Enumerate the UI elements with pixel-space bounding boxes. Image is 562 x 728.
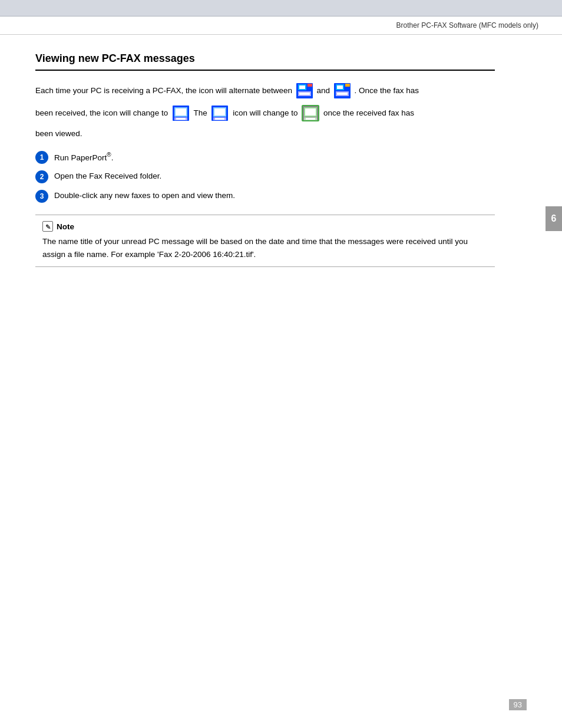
step-1-number: 1 — [35, 151, 48, 164]
para2-the: The — [193, 108, 207, 117]
note-text: The name title of your unread PC message… — [42, 235, 488, 261]
svg-rect-16 — [176, 118, 186, 120]
para2-mid: icon will change to — [233, 108, 297, 117]
step-2-number: 2 — [35, 170, 48, 183]
svg-rect-5 — [308, 84, 312, 87]
svg-rect-4 — [299, 93, 310, 95]
svg-rect-11 — [345, 84, 350, 87]
svg-rect-2 — [299, 85, 305, 89]
svg-rect-19 — [214, 108, 225, 116]
fax-icon-unread — [211, 105, 229, 121]
para1-end: . Once the fax has — [355, 86, 419, 95]
note-title: ✎ Note — [42, 221, 488, 232]
note-title-text: Note — [57, 222, 74, 231]
para1-and: and — [316, 86, 330, 95]
body-paragraph-3: been viewed. — [35, 127, 495, 141]
note-icon: ✎ — [42, 221, 53, 232]
svg-rect-21 — [215, 118, 224, 120]
step-2-text: Open the Fax Received folder. — [54, 170, 495, 183]
top-bar — [0, 0, 562, 17]
para1-start: Each time your PC is receiving a PC-FAX,… — [35, 86, 292, 95]
chapter-tab-label: 6 — [551, 213, 557, 223]
step-3-number: 3 — [35, 190, 48, 203]
svg-rect-14 — [176, 108, 186, 116]
step-3-text: Double-click any new faxes to open and v… — [54, 189, 495, 202]
svg-rect-8 — [337, 85, 343, 89]
page-number: 93 — [509, 699, 527, 710]
note-box: ✎ Note The name title of your unread PC … — [35, 215, 495, 267]
steps-list: 1 Run PaperPort®. 2 Open the Fax Receive… — [35, 150, 495, 203]
main-content: Viewing new PC-FAX messages Each time yo… — [0, 35, 530, 291]
svg-rect-26 — [306, 118, 315, 120]
svg-rect-24 — [305, 108, 316, 116]
section-title: Viewing new PC-FAX messages — [35, 52, 495, 71]
body-paragraph-1: Each time your PC is receiving a PC-FAX,… — [35, 83, 495, 99]
step-1: 1 Run PaperPort®. — [35, 150, 495, 164]
svg-rect-10 — [337, 93, 348, 95]
body-paragraph-2: been received, the icon will change to T… — [35, 105, 495, 121]
step-2: 2 Open the Fax Received folder. — [35, 170, 495, 183]
page-header: Brother PC-FAX Software (MFC models only… — [0, 17, 562, 35]
fax-icon-viewed — [302, 105, 319, 121]
step-1-text: Run PaperPort®. — [54, 150, 495, 164]
breadcrumb-text: Brother PC-FAX Software (MFC models only… — [396, 21, 538, 29]
para2-end: once the received fax has — [323, 108, 414, 117]
fax-icon-receiving-2 — [333, 83, 351, 99]
chapter-tab: 6 — [546, 206, 562, 231]
para2-start: been received, the icon will change to — [35, 108, 168, 117]
page-footer: 93 — [509, 699, 527, 710]
fax-icon-received — [172, 105, 190, 121]
step-3: 3 Double-click any new faxes to open and… — [35, 189, 495, 203]
fax-icon-receiving-1 — [296, 83, 313, 99]
